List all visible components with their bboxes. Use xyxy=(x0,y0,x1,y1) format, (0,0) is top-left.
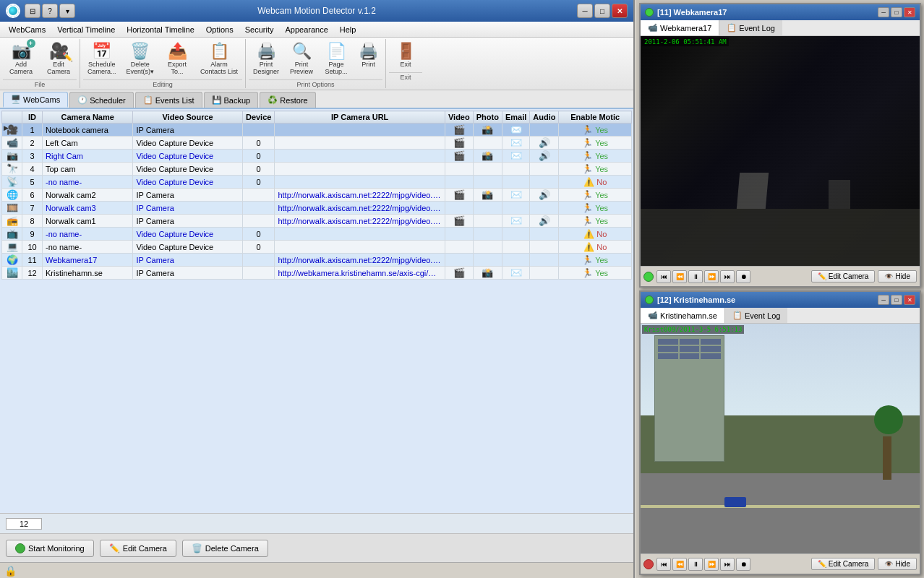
table-row[interactable]: 📡5-no name-Video Capture Device0⚠️ No xyxy=(2,176,632,189)
edit-camera-btn[interactable]: 🎥 ✏️ EditCamera xyxy=(40,39,77,78)
table-row[interactable]: 📷3Right CamVideo Capture Device0🎬📸✉️🔊🏃 Y… xyxy=(2,150,632,163)
tab-scheduler[interactable]: 🕐 Scheduler xyxy=(69,92,134,108)
table-row[interactable]: 📺9-no name-Video Capture Device0⚠️ No xyxy=(2,228,632,241)
start-monitoring-btn[interactable]: Start Monitoring xyxy=(6,540,94,557)
cam12-close-btn[interactable]: ✕ xyxy=(904,295,915,305)
tab-webcams[interactable]: 🖥️ WebCams xyxy=(3,92,68,108)
cam12-restore-btn[interactable]: □ xyxy=(891,295,902,305)
cam-row-email: ✉️ xyxy=(502,137,529,150)
cam12-btn-rew[interactable]: ⏮ xyxy=(656,558,671,571)
cam11-tab-events[interactable]: 📋 Event Log xyxy=(719,20,782,35)
cam12-btn-rec[interactable]: ⏺ xyxy=(736,558,750,571)
cam11-restore-btn[interactable]: □ xyxy=(891,7,902,17)
menu-options[interactable]: Options xyxy=(200,24,239,35)
cam12-btn-prev[interactable]: ⏪ xyxy=(672,558,687,571)
cam-row-video xyxy=(445,163,473,176)
col-email[interactable]: Email xyxy=(502,111,529,124)
cam11-minimize-btn[interactable]: ─ xyxy=(878,7,889,17)
camera-window-11: [11] Webkamera17 ─ □ ✕ 📹 Webkamera17 📋 E… xyxy=(639,3,921,288)
cam12-tab-events[interactable]: 📋 Event Log xyxy=(725,308,788,323)
menu-security[interactable]: Security xyxy=(239,24,280,35)
schedule-camera-btn[interactable]: 📅 ScheduleCamera... xyxy=(83,39,121,78)
cam-row-url xyxy=(275,228,445,241)
cam12-road-line xyxy=(641,505,920,508)
cam11-timestamp: 2011-2-06 05:51:41 AM xyxy=(642,38,729,46)
cam-row-url: http://norwalk.axiscam.net:2222/mjpg/vid… xyxy=(275,202,445,215)
tab-events-list[interactable]: 📋 Events List xyxy=(135,92,202,108)
cam12-hide-btn[interactable]: 👁️ Hide xyxy=(878,558,917,570)
table-row[interactable]: 🔭4Top camVideo Capture Device0🏃 Yes xyxy=(2,163,632,176)
table-row[interactable]: ▶🎥1Notebook cameraIP Camera🎬📸✉️🏃 Yes xyxy=(2,124,632,137)
dropdown-btn[interactable]: ▾ xyxy=(59,4,75,18)
cam12-btn-next[interactable]: ⏩ xyxy=(704,558,719,571)
help-btn[interactable]: ? xyxy=(42,4,58,18)
camera-count-field[interactable] xyxy=(6,518,42,530)
table-row[interactable]: 🏙️12Kristinehamn.seIP Camerahttp://webka… xyxy=(2,267,632,280)
col-audio[interactable]: Audio xyxy=(530,111,559,124)
cam-row-id: 4 xyxy=(22,163,43,176)
menu-horizontal-timeline[interactable]: Horizontal Timeline xyxy=(121,24,200,35)
close-btn[interactable]: ✕ xyxy=(612,4,628,18)
cam12-btn-fwd[interactable]: ⏭ xyxy=(720,558,735,571)
export-to-btn[interactable]: 📤 ExportTo... xyxy=(160,39,194,78)
tab-backup[interactable]: 💾 Backup xyxy=(204,92,259,108)
system-menu-btn[interactable]: ⊟ xyxy=(25,4,40,18)
cam-row-id: 8 xyxy=(22,215,43,228)
cam12-tab-camera[interactable]: 📹 Kristinehamn.se xyxy=(641,308,725,323)
col-url[interactable]: IP Camera URL xyxy=(275,111,445,124)
table-row[interactable]: 🌐6Norwalk cam2IP Camerahttp://norwalk.ax… xyxy=(2,189,632,202)
cam12-edit-btn[interactable]: ✏️ Edit Camera xyxy=(811,558,876,570)
col-video[interactable]: Video xyxy=(445,111,473,124)
table-row[interactable]: 🎞️7Norwalk cam3IP Camerahttp://norwalk.a… xyxy=(2,202,632,215)
delete-events-btn[interactable]: 🗑️ DeleteEvent(s)▾ xyxy=(122,39,159,78)
print-designer-btn[interactable]: 🖨️ PrintDesigner xyxy=(249,39,283,78)
cam11-btn-rec[interactable]: ⏺ xyxy=(736,270,750,283)
cam12-street xyxy=(641,473,920,553)
cam12-viewport: Krist009/2011-3-5 6:51:13 xyxy=(641,324,920,553)
cam11-playback-btns: ⏮ ⏪ ⏸ ⏩ ⏭ ⏺ xyxy=(656,270,750,283)
cam-row-photo xyxy=(473,176,502,189)
col-source[interactable]: Video Source xyxy=(133,111,243,124)
cam12-minimize-btn[interactable]: ─ xyxy=(878,295,889,305)
menu-vertical-timeline[interactable]: Vertical Timeline xyxy=(51,24,121,35)
cam11-edit-btn[interactable]: ✏️ Edit Camera xyxy=(811,270,876,282)
cam11-hide-btn[interactable]: 👁️ Hide xyxy=(878,270,917,282)
table-row[interactable]: 📹2Left CamVideo Capture Device0🎬✉️🔊🏃 Yes xyxy=(2,137,632,150)
add-camera-btn[interactable]: 📷 + AddCamera xyxy=(3,39,39,78)
cam11-close-btn[interactable]: ✕ xyxy=(904,7,915,17)
print-btn[interactable]: 🖨️ Print xyxy=(354,39,382,78)
cam11-btn-prev[interactable]: ⏪ xyxy=(672,270,687,283)
print-preview-btn[interactable]: 🔍 PrintPreview xyxy=(285,39,318,78)
col-id[interactable]: ID xyxy=(22,111,43,124)
col-photo[interactable]: Photo xyxy=(473,111,502,124)
cam-row-source: IP Camera xyxy=(133,254,243,267)
cam-row-motion: 🏃 Yes xyxy=(559,215,632,228)
cam11-btn-fwd[interactable]: ⏭ xyxy=(720,270,735,283)
cam-row-thumb: ▶🎥 xyxy=(2,124,22,137)
cam12-btn-pause[interactable]: ⏸ xyxy=(688,558,703,571)
app-title: Webcam Motion Detector v.1.2 xyxy=(257,6,376,16)
edit-camera-footer-btn[interactable]: ✏️ Edit Camera xyxy=(100,540,176,557)
table-row[interactable]: 🌍11Webkamera17IP Camerahttp://norwalk.ax… xyxy=(2,254,632,267)
tab-restore[interactable]: ♻️ Restore xyxy=(260,92,316,108)
menu-appearance[interactable]: Appearance xyxy=(279,24,333,35)
cam11-btn-pause[interactable]: ⏸ xyxy=(688,270,703,283)
menu-help[interactable]: Help xyxy=(334,24,362,35)
cam11-btn-next[interactable]: ⏩ xyxy=(704,270,719,283)
alarm-contacts-btn[interactable]: 📋 AlarmContacts List xyxy=(196,39,242,78)
col-device[interactable]: Device xyxy=(242,111,274,124)
col-name[interactable]: Camera Name xyxy=(43,111,133,124)
page-setup-btn[interactable]: 📄 PageSetup... xyxy=(320,39,353,78)
table-row[interactable]: 📻8Norwalk cam1IP Camerahttp://norwalk.ax… xyxy=(2,215,632,228)
col-motion[interactable]: Enable Motic xyxy=(559,111,632,124)
cam-row-id: 2 xyxy=(22,137,43,150)
minimize-btn[interactable]: ─ xyxy=(577,4,593,18)
table-row[interactable]: 💻10-no name-Video Capture Device0⚠️ No xyxy=(2,241,632,254)
cam11-tab-camera[interactable]: 📹 Webkamera17 xyxy=(641,20,719,35)
exit-btn[interactable]: 🚪 Exit xyxy=(389,39,422,71)
cam11-btn-rew[interactable]: ⏮ xyxy=(656,270,671,283)
menu-webcams[interactable]: WebCams xyxy=(3,24,51,35)
restore-btn[interactable]: □ xyxy=(594,4,610,18)
delete-camera-footer-btn[interactable]: 🗑️ Delete Camera xyxy=(182,540,268,557)
cam-row-motion: 🏃 Yes xyxy=(559,189,632,202)
